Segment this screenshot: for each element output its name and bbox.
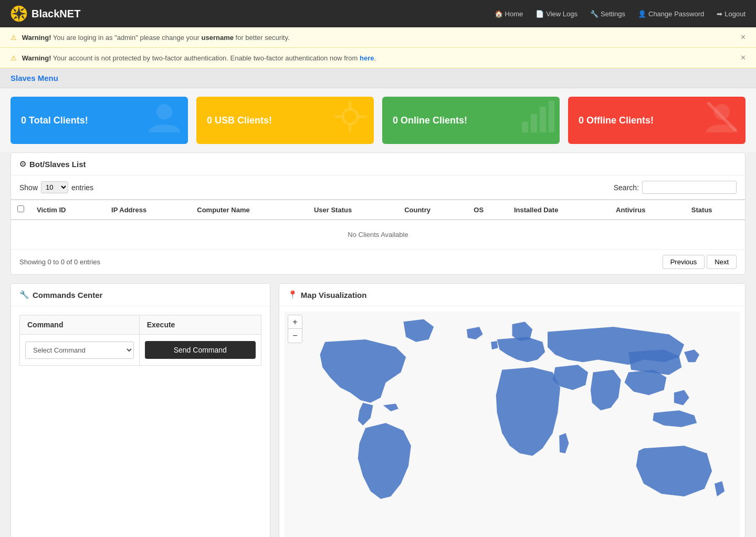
warning-text-1: ⚠ Warning! You are loging in as "admin" … xyxy=(10,34,290,42)
stat-card-offline[interactable]: 0 Offline Clients! xyxy=(568,97,746,144)
bot-section-header: ⊙ Bot/Slaves List xyxy=(11,153,745,175)
select-all-header xyxy=(11,200,30,220)
logout-icon: ➡ xyxy=(717,10,722,18)
warn-icon-2: ⚠ xyxy=(10,54,17,62)
logs-icon: 📄 xyxy=(536,10,544,18)
stat-card-usb-icon xyxy=(332,98,369,142)
settings-icon: 🔧 xyxy=(590,10,598,18)
warn-icon-1: ⚠ xyxy=(10,34,17,42)
warning-bold-1: Warning! xyxy=(22,34,51,42)
th-ip-address: IP Address xyxy=(105,200,191,220)
map-zoom-controls: + − xyxy=(288,315,302,343)
th-antivirus: Antivirus xyxy=(610,200,685,220)
map-panel-header: 📍 Map Visualization xyxy=(279,284,745,306)
cmd-col-command: Command xyxy=(20,315,140,335)
logo-icon xyxy=(10,5,27,22)
search-input[interactable] xyxy=(642,181,737,194)
search-label: Search: xyxy=(614,183,639,192)
world-map xyxy=(285,312,740,537)
warning-bold-2: Warning! xyxy=(22,54,51,62)
warning-text-2: ⚠ Warning! Your account is not protected… xyxy=(10,54,376,62)
th-status: Status xyxy=(685,200,745,220)
command-table-body: Select Command Send Command xyxy=(20,335,261,366)
warning-banner-1: ⚠ Warning! You are loging in as "admin" … xyxy=(0,27,756,48)
execute-cell: Send Command xyxy=(139,335,261,366)
slaves-menu-link[interactable]: Slaves Menu xyxy=(10,74,58,82)
cmd-col-execute: Execute xyxy=(139,315,261,335)
search-box: Search: xyxy=(614,181,737,194)
stat-card-online[interactable]: 0 Online Clients! xyxy=(382,97,560,144)
table-head: Victim ID IP Address Computer Name User … xyxy=(11,200,745,220)
select-all-checkbox[interactable] xyxy=(17,205,24,212)
nav-home[interactable]: 🏠 Home xyxy=(495,10,523,18)
username-emphasis: username xyxy=(202,34,234,42)
table-body: No Clients Available xyxy=(11,220,745,250)
command-select-cell: Select Command xyxy=(20,335,140,366)
table-controls: Show 10 25 50 100 entries Search: xyxy=(11,175,745,199)
stat-card-total[interactable]: 0 Total Clients! xyxy=(10,97,188,144)
zoom-out-button[interactable]: − xyxy=(288,329,302,343)
nav-view-logs[interactable]: 📄 View Logs xyxy=(536,10,578,18)
command-table-head: Command Execute xyxy=(20,315,261,335)
stat-card-usb-label: 0 USB Clients! xyxy=(207,115,272,126)
table-header-row: Victim ID IP Address Computer Name User … xyxy=(11,200,745,220)
stat-card-offline-label: 0 Offline Clients! xyxy=(579,115,654,126)
wrench-icon: 🔧 xyxy=(19,290,29,300)
close-warning-1-button[interactable]: × xyxy=(741,33,746,42)
svg-rect-11 xyxy=(549,101,554,132)
user-icon: 👤 xyxy=(638,10,646,18)
home-icon: 🏠 xyxy=(495,10,503,18)
slaves-menu-header: Slaves Menu xyxy=(0,68,756,88)
stat-card-online-label: 0 Online Clients! xyxy=(393,115,467,126)
entries-select[interactable]: 10 25 50 100 xyxy=(41,181,68,193)
command-select[interactable]: Select Command xyxy=(25,342,134,359)
commands-panel-header: 🔧 Commands Center xyxy=(11,284,270,306)
table-footer: Showing 0 to 0 of 0 entries Previous Nex… xyxy=(11,250,745,274)
nav-change-password[interactable]: 👤 Change Password xyxy=(638,10,704,18)
th-os: OS xyxy=(467,200,508,220)
previous-button[interactable]: Previous xyxy=(663,255,705,269)
bot-slaves-section: ⊙ Bot/Slaves List Show 10 25 50 100 entr… xyxy=(10,152,746,275)
next-button[interactable]: Next xyxy=(707,255,737,269)
show-label: Show xyxy=(19,183,38,192)
show-entries: Show 10 25 50 100 entries xyxy=(19,181,93,193)
navbar-links: 🏠 Home 📄 View Logs 🔧 Settings 👤 Change P… xyxy=(495,10,746,18)
close-warning-2-button[interactable]: × xyxy=(741,53,746,63)
stat-cards-row: 0 Total Clients! 0 USB Clients! 0 Online… xyxy=(0,88,756,152)
th-computer-name: Computer Name xyxy=(191,200,308,220)
stat-card-total-icon xyxy=(146,98,183,142)
commands-panel: 🔧 Commands Center Command Execute Select… xyxy=(10,283,270,537)
brand-text: BlackNET xyxy=(32,8,80,20)
th-victim-id: Victim ID xyxy=(30,200,105,220)
svg-rect-9 xyxy=(531,114,537,132)
entries-label: entries xyxy=(71,183,93,192)
map-panel: 📍 Map Visualization + − xyxy=(279,283,746,537)
svg-point-3 xyxy=(343,109,358,124)
stat-card-online-icon xyxy=(518,98,554,142)
command-header-row: Command Execute xyxy=(20,315,261,335)
zoom-in-button[interactable]: + xyxy=(288,315,302,329)
nav-settings[interactable]: 🔧 Settings xyxy=(590,10,625,18)
no-data-row: No Clients Available xyxy=(11,220,745,250)
commands-panel-body: Command Execute Select Command Send Comm… xyxy=(11,306,270,374)
stat-card-total-label: 0 Total Clients! xyxy=(21,115,88,126)
2fa-link[interactable]: here xyxy=(360,54,374,62)
robot-icon: ⊙ xyxy=(19,159,26,169)
svg-point-1 xyxy=(16,11,22,16)
commands-title: Commands Center xyxy=(33,291,102,300)
map-title: Map Visualization xyxy=(301,291,367,300)
no-clients-message: No Clients Available xyxy=(11,220,745,250)
stat-card-usb[interactable]: 0 USB Clients! xyxy=(196,97,374,144)
pagination-buttons: Previous Next xyxy=(663,255,737,269)
brand: BlackNET xyxy=(10,5,80,22)
command-row: Select Command Send Command xyxy=(20,335,261,366)
slaves-table: Victim ID IP Address Computer Name User … xyxy=(11,199,745,250)
pin-icon: 📍 xyxy=(288,290,298,300)
nav-logout[interactable]: ➡ Logout xyxy=(717,10,746,18)
bottom-row: 🔧 Commands Center Command Execute Select… xyxy=(10,283,746,537)
th-installed-date: Installed Date xyxy=(508,200,610,220)
send-command-button[interactable]: Send Command xyxy=(145,341,256,359)
showing-text: Showing 0 to 0 of 0 entries xyxy=(19,258,100,266)
svg-point-2 xyxy=(156,104,172,120)
navbar: BlackNET 🏠 Home 📄 View Logs 🔧 Settings 👤… xyxy=(0,0,756,27)
